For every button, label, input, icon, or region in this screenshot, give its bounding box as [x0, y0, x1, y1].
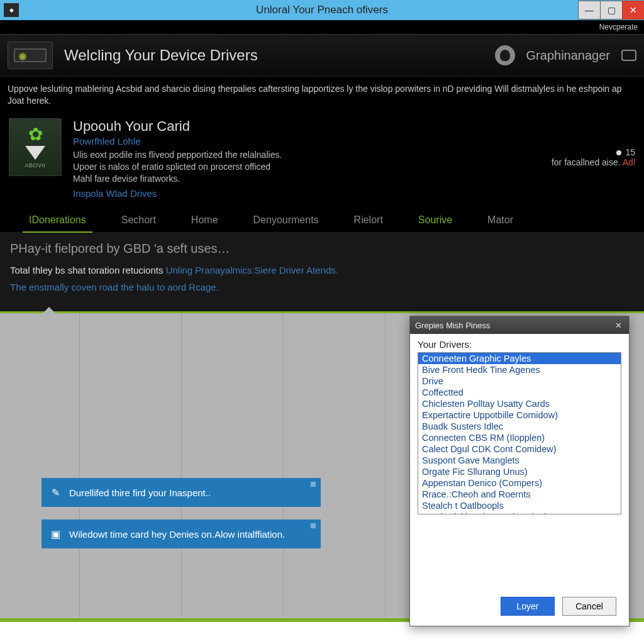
adl-label: Adl — [623, 157, 635, 167]
funnel-icon — [25, 146, 45, 160]
status-dot-icon — [616, 150, 621, 155]
content-line1-link[interactable]: Unling Pranayalmics:Siere Driver Atends. — [166, 265, 338, 275]
card-link[interactable]: Inspola Wlad Drives — [73, 188, 157, 199]
window-controls: — ▢ ✕ — [578, 1, 644, 19]
list-item[interactable]: Rrace.:Cheoh and Roernts — [418, 489, 621, 500]
list-item[interactable]: Stealch t Oatlboopls — [418, 500, 621, 511]
tab-idonerations[interactable]: IDonerations — [11, 208, 104, 232]
driver-listbox[interactable]: Conneeten Graphic Payles Bive Front Hedk… — [418, 352, 621, 514]
list-item[interactable]: Expertactire Uppotbille Cornidow) — [418, 409, 621, 421]
tab-sourive[interactable]: Sourive — [401, 208, 470, 232]
list-item[interactable]: Calect Dgul CDK Cont Comidew) — [418, 443, 621, 455]
list-item[interactable]: Chiclesten Polltay Usatty Cards — [418, 398, 621, 409]
header: Welcling Your Device Drivers Graphinanag… — [0, 34, 644, 77]
card-section: ✿ ABOVII Upoouh Your Carid Powrfhled Loh… — [0, 116, 644, 209]
card-desc-3: Mahl fare devise firatworks. — [73, 173, 530, 185]
tab-bar: IDonerations Sechort Home Denyourments R… — [0, 208, 644, 233]
minimize-button[interactable]: — — [578, 1, 601, 19]
window-title: Unloral Your Pneach ofivers — [256, 4, 388, 16]
list-item[interactable]: Connecten CBS RM (Ilopplen) — [418, 432, 621, 443]
dialog-title-text: Grepies Mish Piness — [415, 321, 490, 330]
app-icon: ◆ — [4, 3, 19, 17]
install-icon: ▣ — [49, 528, 62, 540]
product-icon-label: ABOVII — [25, 162, 45, 169]
top-strip: Nevcperate — [0, 20, 644, 34]
list-item[interactable]: Conneeten Graphic Payles — [418, 353, 621, 364]
card-title: Upoouh Your Carid — [73, 118, 530, 135]
action-button-2[interactable]: ▣ Wiledowt time card hey Denies on.Alow … — [42, 519, 321, 548]
page-title: Welcling Your Device Drivers — [64, 47, 258, 64]
brand-label: Graphinanager — [526, 48, 610, 63]
dialog-label: Your Drivers: — [418, 339, 621, 350]
right-text: for facallned aise. — [552, 157, 621, 167]
action-1-label: Durellifed thire fird your Inaspent.. — [69, 487, 211, 498]
content-line1-text: Total thley bs shat toration retucionts — [10, 265, 166, 275]
action-2-label: Wiledowt time card hey Denies on.Alow in… — [69, 529, 285, 540]
product-icon: ✿ ABOVII — [9, 118, 62, 176]
gpu-icon — [8, 42, 53, 69]
dialog-titlebar: Grepies Mish Piness ✕ — [410, 316, 629, 334]
card-desc-2: Upoer is nalos of eratio splicted on pro… — [73, 161, 530, 173]
tab-denyourments[interactable]: Denyourments — [236, 208, 336, 232]
content-line2-link[interactable]: The enstmally coven road the halu to aor… — [10, 282, 219, 292]
dialog-close-button[interactable]: ✕ — [613, 321, 624, 330]
action-button-1[interactable]: ✎ Durellifed thire fird your Inaspent.. — [42, 478, 321, 507]
intro-text: Uppove lesluting mablering Acsbid and sh… — [0, 77, 644, 116]
list-item[interactable]: Bive Front Hedk Tine Agenes — [418, 364, 621, 375]
pencil-icon: ✎ — [49, 487, 62, 499]
titlebar: ◆ Unloral Your Pneach ofivers — ▢ ✕ — [0, 0, 644, 20]
dialog-ok-button[interactable]: Loyer — [501, 597, 555, 616]
driver-dialog: Grepies Mish Piness ✕ Your Drivers: Conn… — [409, 316, 630, 626]
arrow-up-icon — [43, 307, 55, 313]
tab-sechort[interactable]: Sechort — [104, 208, 174, 232]
dialog-cancel-button[interactable]: Cancel — [562, 597, 616, 616]
list-item[interactable]: Buadk Susters Idlec — [418, 421, 621, 432]
tab-mator[interactable]: Mator — [470, 208, 531, 232]
list-item[interactable]: Retsh Visiting the Maskcaninal — [418, 511, 621, 514]
expand-icon — [311, 482, 316, 487]
tab-rielort[interactable]: Rielort — [336, 208, 401, 232]
card-meta: 15 for facallned aise. Adl — [541, 118, 635, 200]
list-item[interactable]: Orgate Fic Sllurang Unus) — [418, 466, 621, 477]
message-icon[interactable] — [621, 50, 636, 61]
list-item[interactable]: Suspont Gave Manglets — [418, 455, 621, 466]
tab-home[interactable]: Home — [174, 208, 236, 232]
app-window: ◆ Unloral Your Pneach ofivers — ▢ ✕ Nevc… — [0, 0, 644, 644]
github-icon[interactable] — [495, 45, 515, 65]
list-item[interactable]: Drive — [418, 375, 621, 387]
maximize-button[interactable]: ▢ — [600, 1, 623, 19]
content-heading: PHay-it fielpored by GBD 'a seft uses… — [10, 242, 634, 256]
card-desc-1: Ulis eoxt podile ins fliveod pepportized… — [73, 149, 530, 161]
close-button[interactable]: ✕ — [622, 1, 644, 19]
card-subtitle[interactable]: Powrfhled Lohle — [73, 136, 530, 147]
content-pane: PHay-it fielpored by GBD 'a seft uses… T… — [0, 233, 644, 311]
count-badge: 15 — [625, 147, 635, 157]
list-item[interactable]: Appenstan Denico (Compers) — [418, 477, 621, 489]
topstrip-link[interactable]: Nevcperate — [599, 23, 638, 31]
list-item[interactable]: Coffectted — [418, 387, 621, 398]
leaf-icon: ✿ — [28, 126, 43, 143]
expand-icon — [311, 523, 316, 528]
